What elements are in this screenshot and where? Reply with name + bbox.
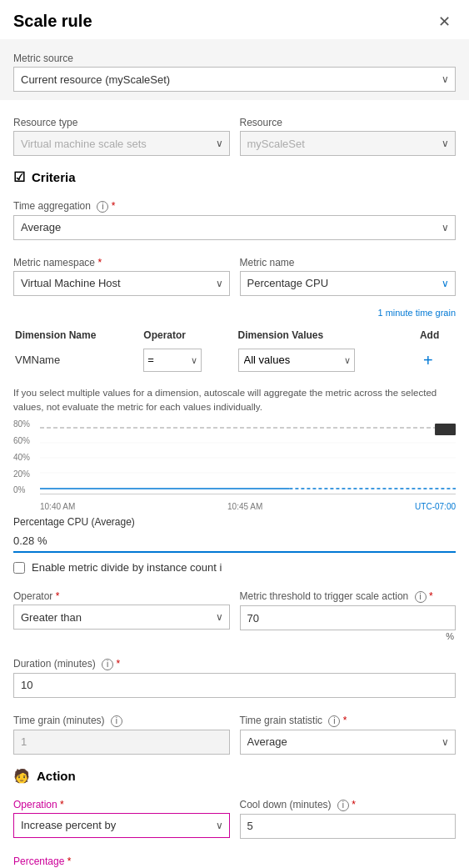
percentage-section: Percentage ✓ bbox=[0, 844, 469, 868]
add-dimension-button[interactable]: + bbox=[420, 352, 437, 369]
time-grain-stat-select[interactable]: Average bbox=[240, 730, 457, 755]
metric-name-col: Metric name Percentage CPU bbox=[240, 250, 457, 296]
criteria-header: ☑ Criteria bbox=[0, 161, 469, 188]
metric-namespace-label: Metric namespace bbox=[13, 257, 230, 268]
threshold-input[interactable] bbox=[240, 605, 457, 630]
table-row: VMName = All values bbox=[15, 346, 454, 374]
enable-divide-checkbox[interactable] bbox=[13, 562, 25, 574]
resource-type-select-wrapper: Virtual machine scale sets bbox=[13, 131, 230, 156]
time-aggregation-select-wrapper: Average bbox=[13, 215, 456, 240]
dim-operator-wrapper: = bbox=[143, 349, 202, 372]
dimension-section: Dimension Name Operator Dimension Values… bbox=[0, 324, 469, 381]
resource-type-select[interactable]: Virtual machine scale sets bbox=[13, 131, 230, 156]
chart-svg bbox=[40, 419, 456, 494]
close-button[interactable]: ✕ bbox=[433, 13, 456, 31]
dim-values-wrapper: All values bbox=[238, 349, 355, 372]
dimension-info-text: If you select multiple values for a dime… bbox=[13, 386, 456, 415]
scale-rule-panel: Scale rule ✕ Metric source Current resou… bbox=[0, 0, 469, 868]
metric-source-select[interactable]: Current resource (myScaleSet) bbox=[13, 67, 456, 92]
enable-divide-info-icon[interactable]: i bbox=[219, 561, 222, 574]
time-aggregation-label: Time aggregation i bbox=[13, 200, 456, 213]
y-label-60: 60% bbox=[13, 436, 38, 445]
time-grain-row: Time grain (minutes) i Time grain statis… bbox=[0, 703, 469, 760]
time-grain-note: 1 minute time grain bbox=[13, 308, 456, 318]
operation-label: Operation bbox=[13, 799, 230, 810]
resource-type-col: Resource type Virtual machine scale sets bbox=[13, 110, 230, 156]
col-dimension-values: Dimension Values bbox=[238, 326, 418, 344]
cool-down-col: Cool down (minutes) i bbox=[240, 792, 457, 839]
col-operator: Operator bbox=[143, 326, 236, 344]
time-aggregation-section: Time aggregation i Average bbox=[0, 188, 469, 245]
time-grain-stat-col: Time grain statistic i Average bbox=[240, 708, 457, 755]
enable-divide-row: Enable metric divide by instance count i bbox=[13, 561, 456, 574]
enable-divide-label: Enable metric divide by instance count i bbox=[32, 561, 222, 574]
metric-namespace-select[interactable]: Virtual Machine Host bbox=[13, 271, 230, 296]
time-grain-stat-label: Time grain statistic i bbox=[240, 715, 457, 727]
chart-canvas bbox=[40, 419, 456, 494]
resource-select[interactable]: myScaleSet bbox=[240, 131, 457, 156]
percentage-label: Percentage bbox=[13, 855, 456, 867]
dim-operator-cell: = bbox=[143, 346, 236, 374]
metric-source-label: Metric source bbox=[13, 53, 456, 64]
duration-info-icon[interactable]: i bbox=[102, 659, 113, 670]
operation-col: Operation Increase percent by bbox=[13, 792, 230, 839]
metric-value-input[interactable] bbox=[13, 529, 456, 553]
chart-y-labels: 80% 60% 40% 20% 0% bbox=[13, 419, 38, 494]
dim-values-select[interactable]: All values bbox=[238, 349, 355, 372]
chart-x-row: 10:40 AM 10:45 AM UTC-07:00 bbox=[40, 502, 456, 511]
dimension-table: Dimension Name Operator Dimension Values… bbox=[13, 324, 456, 376]
y-label-80: 80% bbox=[13, 419, 38, 429]
time-grain-input bbox=[13, 730, 230, 755]
threshold-suffix: % bbox=[240, 631, 457, 641]
threshold-info-icon[interactable]: i bbox=[415, 591, 427, 603]
metric-name-select[interactable]: Percentage CPU bbox=[240, 271, 457, 296]
metric-source-section: Metric source Current resource (myScaleS… bbox=[0, 39, 469, 100]
col-add: Add bbox=[420, 326, 454, 344]
svg-rect-1 bbox=[435, 424, 456, 435]
cool-down-label: Cool down (minutes) i bbox=[240, 799, 457, 811]
operator-select[interactable]: Greater than bbox=[13, 605, 230, 630]
duration-section: Duration (minutes) i bbox=[0, 646, 469, 703]
criteria-icon: ☑ bbox=[13, 169, 25, 185]
operator-select-wrapper: Greater than bbox=[13, 605, 230, 630]
time-grain-col: Time grain (minutes) i bbox=[13, 708, 230, 755]
operation-select[interactable]: Increase percent by bbox=[13, 813, 230, 838]
metric-namespace-select-wrapper: Virtual Machine Host bbox=[13, 271, 230, 296]
y-label-0: 0% bbox=[13, 485, 38, 494]
time-grain-label: Time grain (minutes) i bbox=[13, 715, 230, 727]
operation-select-wrapper: Increase percent by bbox=[13, 813, 230, 838]
duration-label: Duration (minutes) i bbox=[13, 658, 456, 670]
x-label-1045: 10:45 AM bbox=[227, 502, 262, 511]
metric-row: Metric namespace Virtual Machine Host Me… bbox=[0, 245, 469, 301]
panel-title: Scale rule bbox=[13, 12, 92, 31]
time-aggregation-select[interactable]: Average bbox=[13, 215, 456, 240]
resource-col: Resource myScaleSet bbox=[240, 110, 457, 156]
threshold-col: Metric threshold to trigger scale action… bbox=[240, 584, 457, 641]
metric-value-label: Percentage CPU (Average) bbox=[13, 516, 456, 528]
panel-header: Scale rule ✕ bbox=[0, 0, 469, 39]
chart-area: 80% 60% 40% 20% 0% 10:40 AM bbox=[13, 419, 456, 511]
metric-namespace-col: Metric namespace Virtual Machine Host bbox=[13, 250, 230, 296]
time-aggregation-info-icon[interactable]: i bbox=[97, 201, 108, 213]
col-dimension-name: Dimension Name bbox=[15, 326, 142, 344]
resource-type-label: Resource type bbox=[13, 117, 230, 128]
time-grain-note-section: 1 minute time grain bbox=[0, 301, 469, 324]
duration-input[interactable] bbox=[13, 673, 456, 698]
dim-add-cell: + bbox=[420, 346, 454, 374]
resource-select-wrapper: myScaleSet bbox=[240, 131, 457, 156]
cool-down-input[interactable] bbox=[240, 814, 457, 839]
dim-name-value: VMName bbox=[15, 354, 60, 366]
action-header: 🧑 Action bbox=[0, 760, 469, 787]
dim-operator-select[interactable]: = bbox=[143, 349, 202, 372]
chart-utc: UTC-07:00 bbox=[415, 502, 456, 511]
operator-threshold-row: Operator Greater than Metric threshold t… bbox=[0, 579, 469, 646]
action-label: Action bbox=[37, 769, 76, 783]
y-label-20: 20% bbox=[13, 469, 38, 479]
criteria-label: Criteria bbox=[32, 170, 76, 184]
threshold-label: Metric threshold to trigger scale action… bbox=[240, 590, 457, 603]
time-grain-stat-info-icon[interactable]: i bbox=[328, 715, 340, 727]
dim-values-cell: All values bbox=[238, 346, 418, 374]
cool-down-info-icon[interactable]: i bbox=[337, 800, 349, 811]
x-label-1040: 10:40 AM bbox=[40, 502, 75, 511]
time-grain-info-icon[interactable]: i bbox=[111, 715, 122, 727]
